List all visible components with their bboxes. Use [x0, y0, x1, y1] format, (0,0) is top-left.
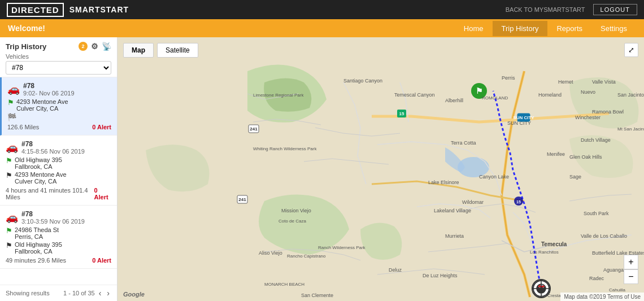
trip-miles: 126.6 Miles: [7, 124, 39, 130]
svg-text:Temecula: Temecula: [541, 241, 567, 247]
svg-text:De Luz Heights: De Luz Heights: [423, 273, 458, 278]
vehicles-label: Vehicles: [6, 53, 111, 60]
trip-alert: 0 Alert: [94, 187, 111, 200]
svg-text:Glen Oak Hills: Glen Oak Hills: [569, 154, 602, 160]
svg-text:Perris: Perris: [502, 75, 515, 81]
nav-link-home[interactable]: Home: [455, 21, 493, 36]
svg-text:SUN CITY: SUN CITY: [513, 115, 534, 120]
sidebar-header: Trip History 2 ⚙ 📡 Vehicles #78: [0, 37, 117, 77]
car-icon: 🚗: [7, 83, 20, 95]
trip-end-loc: ⚑ 4293 Mentone Ave Culver City, CA: [6, 171, 111, 185]
svg-text:Homeland: Homeland: [538, 92, 562, 98]
start-flag-icon: ⚑: [6, 156, 12, 165]
svg-text:Limestone Regional Park: Limestone Regional Park: [253, 93, 304, 98]
trip-start-loc: ⚑ 24986 Theda St Perris, CA: [6, 226, 111, 240]
trip-item[interactable]: 🚗 #78 3:10-3:59 Nov 06 2019 ⚑ 24986 Thed…: [0, 206, 117, 269]
sidebar-title-icons: 2 ⚙ 📡: [79, 42, 111, 51]
svg-text:Whiting Ranch Wilderness Park: Whiting Ranch Wilderness Park: [253, 146, 317, 151]
trip-end-loc: ⚑ Old Highway 395 Fallbrook, CA: [6, 241, 111, 255]
map-svg: 🚗 ⚑ SUN CITY ROMOLAND Menifee Temecula L…: [118, 37, 644, 301]
svg-text:Menifee: Menifee: [547, 151, 565, 157]
svg-text:South Park: South Park: [584, 211, 609, 216]
trip-time: 9:02- Nov 06 2019: [23, 90, 75, 97]
svg-text:Mission Viejo: Mission Viejo: [281, 208, 311, 213]
nav-link-settings[interactable]: Settings: [591, 21, 636, 36]
zoom-out-button[interactable]: −: [624, 269, 638, 284]
svg-text:San Clemente: San Clemente: [301, 293, 333, 298]
svg-text:⚑: ⚑: [476, 86, 483, 95]
car-icon: 🚗: [6, 141, 18, 154]
pagination: 1 - 10 of 35 ‹ ›: [63, 289, 111, 298]
trip-vehicle: #78: [23, 82, 75, 90]
svg-text:Valle de Los Caballo: Valle de Los Caballo: [581, 233, 627, 239]
next-page-button[interactable]: ›: [105, 289, 111, 298]
svg-text:Canyon Lake: Canyon Lake: [479, 174, 509, 180]
svg-text:Wildomar: Wildomar: [462, 199, 484, 205]
fullscreen-button[interactable]: ⤢: [624, 43, 638, 57]
satellite-view-button[interactable]: Satellite: [157, 43, 198, 58]
svg-text:Los Ranchitos: Los Ranchitos: [530, 250, 559, 255]
svg-text:Lakeland Village: Lakeland Village: [434, 208, 471, 213]
trip-start-loc: ⚑ Old Highway 395 Fallbrook, CA: [6, 156, 111, 170]
nav-link-reports[interactable]: Reports: [547, 21, 591, 36]
trip-vehicle: #78: [21, 210, 85, 218]
map-view-button[interactable]: Map: [123, 43, 154, 58]
svg-text:15: 15: [516, 200, 521, 204]
map-controls: Map Satellite: [123, 43, 198, 58]
zoom-in-button[interactable]: +: [624, 255, 638, 269]
trip-item[interactable]: 🚗 #78 9:02- Nov 06 2019 ⚑ 4293 Mentone A…: [0, 77, 117, 136]
filter-badge: 2: [79, 42, 88, 51]
filter-icon[interactable]: ⚙: [91, 42, 98, 51]
svg-text:15: 15: [399, 111, 404, 116]
end-flag-icon: ⚑: [6, 171, 12, 180]
trip-list: 🚗 #78 9:02- Nov 06 2019 ⚑ 4293 Mentone A…: [0, 77, 117, 285]
google-logo: Google: [123, 291, 145, 298]
svg-text:Santiago Canyon: Santiago Canyon: [343, 78, 382, 84]
svg-text:Aliso Viejo: Aliso Viejo: [259, 250, 282, 256]
end-flag-icon: ⚑: [6, 241, 12, 250]
trip-alert: 0 Alert: [92, 257, 111, 264]
nav-link-trip-history[interactable]: Trip History: [493, 21, 548, 36]
trip-header: 🚗 #78 4:15-8:56 Nov 06 2019: [6, 140, 111, 155]
prev-page-button[interactable]: ‹: [97, 289, 103, 298]
svg-text:MONARCH BEACH: MONARCH BEACH: [264, 282, 304, 287]
svg-text:Cahuilla: Cahuilla: [609, 287, 625, 293]
svg-text:Alberhill: Alberhill: [445, 98, 463, 103]
brand: DIRECTED SMARTSTART: [7, 3, 129, 17]
map-area: Map Satellite ⤢: [118, 37, 644, 301]
svg-text:Temescal Canyon: Temescal Canyon: [394, 92, 435, 98]
svg-text:Radec: Radec: [589, 276, 604, 281]
svg-text:Hemet: Hemet: [558, 79, 573, 85]
start-flag-icon: ⚑: [6, 226, 12, 235]
svg-text:Winchester: Winchester: [575, 115, 601, 120]
vehicle-select[interactable]: #78: [6, 61, 111, 75]
end-flag-icon: 🏁: [7, 113, 16, 121]
trip-item[interactable]: 🚗 #78 4:15-8:56 Nov 06 2019 ⚑ Old Highwa…: [0, 136, 117, 206]
svg-text:Lake Elsinore: Lake Elsinore: [428, 180, 459, 185]
svg-text:Aguanga: Aguanga: [603, 267, 624, 273]
svg-text:Sage: Sage: [569, 174, 581, 180]
svg-text:Coto de Caza: Coto de Caza: [279, 219, 306, 224]
main-layout: Trip History 2 ⚙ 📡 Vehicles #78 🚗 #78 9:…: [0, 37, 644, 301]
svg-text:Terra Cotta: Terra Cotta: [451, 140, 476, 146]
sidebar-footer: Showing results 1 - 10 of 35 ‹ ›: [0, 285, 117, 301]
svg-text:ROMOLAND: ROMOLAND: [482, 95, 508, 101]
svg-text:Murrieta: Murrieta: [445, 233, 464, 239]
svg-text:Ramona Bowl: Ramona Bowl: [592, 109, 624, 115]
map-attribution: Map data ©2019 Terms of Use: [560, 293, 644, 301]
car-icon: 🚗: [6, 211, 18, 224]
svg-text:Nuevo: Nuevo: [581, 89, 595, 95]
welcome-text: Welcome!: [8, 24, 45, 33]
trip-start-loc: ⚑ 4293 Mentone Ave Culver City, CA: [7, 98, 111, 112]
settings-icon[interactable]: 📡: [102, 42, 111, 51]
trip-footer: 4 hours and 41 minutes 101.4 Miles 0 Ale…: [6, 187, 111, 200]
smartstart-label: SMARTSTART: [69, 5, 129, 14]
back-to-mysmartstart-link[interactable]: BACK TO MYSMARTSTART: [506, 6, 585, 13]
svg-text:Mt San Jacinto State Park: Mt San Jacinto State Park: [617, 126, 644, 132]
trip-header: 🚗 #78 9:02- Nov 06 2019: [7, 82, 111, 97]
logout-button[interactable]: LOGOUT: [593, 4, 637, 15]
trip-history-title: Trip History: [6, 42, 46, 51]
page-info: 1 - 10 of 35: [63, 290, 95, 296]
sidebar-title: Trip History 2 ⚙ 📡: [6, 42, 111, 51]
directed-logo: DIRECTED: [7, 3, 64, 17]
